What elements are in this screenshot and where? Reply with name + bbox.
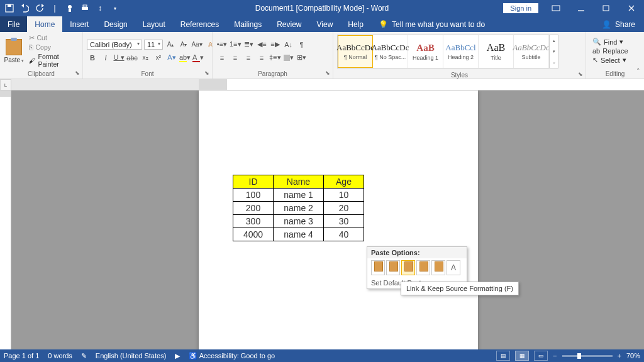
decrease-indent-button[interactable]: ◀≡ bbox=[257, 39, 268, 50]
paste-link-merge-icon[interactable] bbox=[416, 260, 430, 275]
sort-button[interactable]: A↓ bbox=[283, 39, 294, 50]
close-icon[interactable] bbox=[619, 0, 644, 16]
zoom-level[interactable]: 70% bbox=[626, 352, 640, 359]
borders-button[interactable]: ⊞▾ bbox=[296, 52, 308, 63]
style-subtitle[interactable]: AaBbCcDcSubtitle bbox=[514, 35, 549, 68]
zoom-out-button[interactable]: − bbox=[553, 352, 557, 359]
font-name-combo[interactable]: Calibri (Body) bbox=[87, 40, 142, 50]
align-left-button[interactable]: ≡ bbox=[216, 52, 228, 63]
font-size-combo[interactable]: 11 bbox=[144, 40, 163, 50]
style-heading-2[interactable]: AaBbCclHeading 2 bbox=[443, 35, 479, 68]
tab-home[interactable]: Home bbox=[27, 16, 62, 32]
numbering-button[interactable]: 1≡▾ bbox=[230, 39, 242, 50]
paste-merge-icon[interactable] bbox=[386, 260, 400, 275]
styles-launcher-icon[interactable]: ⬊ bbox=[578, 71, 583, 77]
replace-button[interactable]: abReplace bbox=[592, 47, 628, 55]
show-marks-button[interactable]: ¶ bbox=[296, 39, 308, 50]
print-icon[interactable] bbox=[78, 1, 92, 15]
multilevel-button[interactable]: ≣▾ bbox=[243, 39, 255, 50]
table-header[interactable]: Name bbox=[274, 175, 324, 189]
tab-design[interactable]: Design bbox=[96, 16, 135, 32]
status-macro-icon[interactable]: ▶ bbox=[175, 352, 180, 360]
shading-button[interactable]: ▾ bbox=[283, 52, 294, 63]
zoom-in-button[interactable]: + bbox=[618, 352, 621, 359]
strikethrough-button[interactable]: abc bbox=[126, 52, 138, 63]
align-right-button[interactable]: ≡ bbox=[243, 52, 254, 63]
tab-layout[interactable]: Layout bbox=[135, 16, 173, 32]
view-web-layout-icon[interactable]: ▭ bbox=[534, 351, 548, 361]
status-accessibility[interactable]: ♿ Accessibility: Good to go bbox=[189, 352, 275, 360]
style-title[interactable]: AaBTitle bbox=[479, 35, 514, 68]
tab-review[interactable]: Review bbox=[269, 16, 309, 32]
document-table[interactable]: ID Name Age 100name 110 200name 220 300n… bbox=[233, 175, 364, 241]
find-button[interactable]: 🔍Find ▾ bbox=[592, 38, 628, 46]
share-button[interactable]: 👤Share bbox=[593, 16, 644, 32]
paragraph-launcher-icon[interactable]: ⬊ bbox=[325, 70, 330, 76]
table-header[interactable]: ID bbox=[233, 175, 274, 189]
style-normal[interactable]: AaBbCcDc¶ Normal bbox=[338, 35, 373, 68]
status-spellcheck-icon[interactable]: ✎ bbox=[81, 352, 87, 360]
superscript-button[interactable]: x² bbox=[153, 52, 164, 63]
status-page[interactable]: Page 1 of 1 bbox=[4, 352, 39, 359]
italic-button[interactable]: I bbox=[100, 52, 111, 63]
styles-gallery[interactable]: AaBbCcDc¶ Normal AaBbCcDc¶ No Spac... Aa… bbox=[337, 35, 558, 69]
collapse-ribbon-icon[interactable]: ˄ bbox=[636, 67, 640, 75]
table-row[interactable]: 200name 220 bbox=[233, 202, 364, 215]
document-area[interactable]: ID Name Age 100name 110 200name 220 300n… bbox=[11, 90, 644, 349]
cut-button[interactable]: ✂Cut bbox=[26, 33, 79, 42]
tab-mailings[interactable]: Mailings bbox=[226, 16, 269, 32]
select-button[interactable]: ↖Select ▾ bbox=[592, 56, 628, 64]
view-read-mode-icon[interactable]: ▤ bbox=[496, 351, 510, 361]
undo-icon[interactable] bbox=[18, 1, 31, 15]
text-effects-button[interactable]: A▾ bbox=[166, 52, 177, 63]
font-color-button[interactable]: A▾ bbox=[192, 52, 204, 63]
table-header[interactable]: Age bbox=[324, 175, 364, 189]
horizontal-ruler[interactable] bbox=[11, 79, 644, 90]
tab-insert[interactable]: Insert bbox=[62, 16, 96, 32]
table-row[interactable]: 100name 110 bbox=[233, 189, 364, 202]
table-row[interactable]: 300name 330 bbox=[233, 215, 364, 228]
minimize-icon[interactable] bbox=[569, 0, 594, 16]
highlight-button[interactable]: ab▾ bbox=[179, 52, 191, 63]
align-center-button[interactable]: ≡ bbox=[230, 52, 241, 63]
save-icon[interactable] bbox=[3, 1, 16, 15]
paste-text-only-icon[interactable]: A bbox=[447, 260, 460, 275]
style-heading-1[interactable]: AaBHeading 1 bbox=[408, 35, 443, 68]
subscript-button[interactable]: x₂ bbox=[140, 52, 151, 63]
line-spacing-button[interactable]: ‡≡▾ bbox=[269, 52, 281, 63]
tab-file[interactable]: File bbox=[0, 16, 27, 32]
grow-font-button[interactable]: A▴ bbox=[165, 39, 176, 50]
qat-customize-icon[interactable]: ▾ bbox=[108, 1, 122, 15]
paste-picture-icon[interactable] bbox=[431, 260, 445, 275]
clipboard-launcher-icon[interactable]: ⬊ bbox=[75, 70, 80, 76]
vertical-ruler[interactable] bbox=[0, 90, 11, 349]
table-row[interactable]: 4000name 440 bbox=[233, 228, 364, 241]
ribbon-display-icon[interactable] bbox=[543, 0, 569, 16]
paste-link-keep-source-icon[interactable] bbox=[401, 260, 415, 275]
underline-button[interactable]: U ▾ bbox=[113, 52, 125, 63]
format-painter-button[interactable]: 🖌Format Painter bbox=[26, 52, 79, 69]
styles-more-button[interactable]: ▴▾⌄ bbox=[549, 35, 558, 68]
status-words[interactable]: 0 words bbox=[48, 352, 72, 359]
spacing-icon[interactable]: ↕ bbox=[93, 1, 107, 15]
touch-mode-icon[interactable] bbox=[63, 1, 77, 15]
ruler-corner[interactable]: L bbox=[0, 79, 11, 90]
justify-button[interactable]: ≡ bbox=[256, 52, 267, 63]
copy-button[interactable]: ⎘Copy bbox=[26, 43, 79, 52]
tab-view[interactable]: View bbox=[309, 16, 341, 32]
page[interactable]: ID Name Age 100name 110 200name 220 300n… bbox=[199, 90, 478, 349]
increase-indent-button[interactable]: ≡▶ bbox=[270, 39, 281, 50]
bullets-button[interactable]: •≡▾ bbox=[216, 39, 228, 50]
tab-references[interactable]: References bbox=[173, 16, 226, 32]
tell-me[interactable]: 💡Tell me what you want to do bbox=[371, 16, 492, 32]
paste-button[interactable]: Paste ▾ bbox=[4, 39, 24, 63]
tab-help[interactable]: Help bbox=[340, 16, 371, 32]
maximize-icon[interactable] bbox=[594, 0, 619, 16]
zoom-slider[interactable] bbox=[562, 355, 613, 357]
change-case-button[interactable]: Aa▾ bbox=[191, 39, 203, 50]
sign-in-button[interactable]: Sign in bbox=[503, 3, 538, 13]
bold-button[interactable]: B bbox=[87, 52, 98, 63]
paste-keep-source-icon[interactable] bbox=[371, 260, 385, 275]
redo-icon[interactable] bbox=[33, 1, 47, 15]
font-launcher-icon[interactable]: ⬊ bbox=[204, 70, 209, 76]
